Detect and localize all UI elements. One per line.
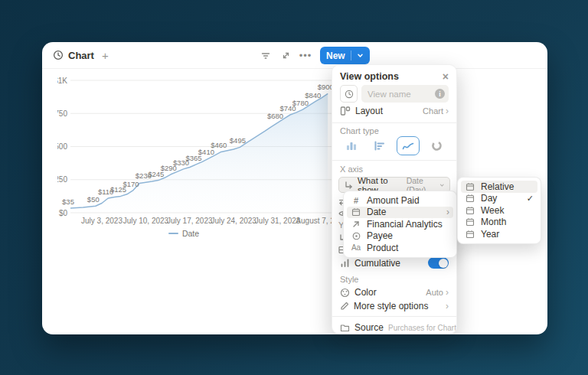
legend-label: Date	[182, 229, 199, 238]
style-section-label: Style	[340, 275, 358, 284]
menu-item-week[interactable]: Week	[461, 204, 537, 217]
svg-text:$680: $680	[267, 112, 283, 120]
svg-text:July 31, 2023: July 31, 2023	[255, 217, 301, 225]
source-label: Source	[354, 322, 384, 333]
filter-icon[interactable]	[257, 47, 274, 64]
svg-text:$500: $500	[57, 142, 67, 151]
calendar-icon	[351, 207, 361, 217]
chart-topbar: Chart + ••• New	[42, 42, 547, 69]
calendar-icon	[465, 217, 475, 227]
svg-text:$1K: $1K	[57, 77, 67, 85]
menu-item-month[interactable]: Month	[461, 217, 537, 229]
check-icon: ✓	[527, 194, 534, 204]
what-to-show-menu: # Amount Paid Date › Financial Analytics…	[343, 191, 457, 258]
svg-text:July 24, 2023: July 24, 2023	[211, 217, 256, 225]
menu-item-day[interactable]: Day ✓	[461, 193, 537, 205]
new-button-label: New	[326, 51, 345, 61]
color-label: Color	[354, 287, 377, 298]
svg-text:$840: $840	[305, 91, 321, 99]
source-row[interactable]: Source Purchases for Charts›	[340, 322, 449, 333]
menu-item-payee[interactable]: Payee	[347, 230, 453, 243]
calendar-icon	[465, 182, 475, 191]
svg-text:$750: $750	[57, 109, 67, 118]
menu-item-product[interactable]: Aa Product	[347, 242, 453, 254]
source-value: Purchases for Charts	[388, 324, 457, 332]
panel-title: View options	[340, 71, 399, 82]
menu-item-date[interactable]: Date ›	[347, 207, 453, 219]
chart-legend: Date	[138, 229, 230, 238]
menu-item-relative[interactable]: Relative	[461, 181, 537, 193]
calendar-icon	[465, 230, 475, 239]
layout-row[interactable]: Layout Chart›	[340, 106, 449, 116]
svg-text:$50: $50	[87, 195, 100, 204]
menu-item-year[interactable]: Year	[461, 228, 537, 240]
view-title: Chart	[68, 50, 94, 61]
layout-label: Layout	[355, 106, 383, 116]
menu-item-amount-paid[interactable]: # Amount Paid	[347, 194, 453, 207]
svg-text:$35: $35	[62, 197, 74, 206]
color-palette-icon	[340, 288, 350, 298]
text-aa-icon: Aa	[351, 243, 361, 252]
svg-text:$460: $460	[211, 141, 227, 149]
clock-icon	[53, 50, 64, 60]
calendar-icon	[465, 194, 475, 203]
svg-text:$495: $495	[230, 136, 246, 145]
expand-icon[interactable]	[277, 47, 294, 64]
chart-type-label: Chart type	[340, 126, 379, 135]
chart-type-vertical-bar[interactable]	[340, 136, 363, 155]
svg-text:July 17, 2023: July 17, 2023	[167, 217, 213, 225]
chart-type-donut[interactable]	[425, 136, 448, 155]
layout-value: Chart	[423, 106, 443, 116]
view-icon-button[interactable]	[340, 85, 358, 103]
chevron-down-icon[interactable]	[357, 52, 364, 59]
layout-icon	[340, 106, 351, 116]
menu-item-financial-analytics[interactable]: Financial Analytics	[347, 218, 453, 230]
folder-icon	[340, 324, 350, 332]
info-icon: i	[435, 89, 445, 99]
cumulative-toggle[interactable]	[428, 257, 449, 269]
cumulative-row[interactable]: Cumulative	[340, 257, 449, 269]
more-options-icon[interactable]: •••	[297, 47, 314, 64]
color-row[interactable]: Color Auto›	[340, 287, 449, 298]
new-button-divider	[351, 51, 351, 60]
more-style-options-label: More style options	[354, 301, 428, 311]
hash-icon: #	[351, 196, 361, 205]
add-view-button[interactable]: +	[102, 50, 109, 61]
svg-text:$780: $780	[292, 99, 309, 107]
new-button[interactable]: New	[320, 47, 370, 64]
circle-dot-icon	[351, 232, 361, 240]
date-granularity-menu: Relative Day ✓ Week Month Year	[457, 177, 541, 244]
chart-type-horizontal-bar[interactable]	[368, 136, 391, 155]
line-chart: $0$250$500$750$1KJuly 3, 2023July 10, 20…	[57, 73, 356, 227]
submenu-arrow: ›	[446, 207, 449, 217]
pen-icon	[340, 302, 349, 311]
turn-down-right-arrow-icon	[344, 181, 353, 190]
svg-text:$250: $250	[57, 175, 67, 184]
svg-text:July 3, 2023: July 3, 2023	[81, 217, 122, 225]
legend-swatch	[168, 233, 178, 234]
svg-text:$170: $170	[122, 180, 139, 188]
cumulative-label: Cumulative	[354, 258, 400, 269]
cumulative-icon	[340, 258, 350, 268]
arrow-up-right-icon	[351, 220, 361, 228]
chevron-down-icon	[439, 182, 445, 188]
svg-text:July 10, 2023: July 10, 2023	[123, 217, 169, 225]
x-axis-label: X axis	[340, 165, 363, 174]
color-value: Auto	[426, 288, 443, 297]
calendar-icon	[465, 206, 475, 215]
chart-type-line[interactable]	[397, 136, 420, 155]
close-icon[interactable]: ×	[443, 71, 449, 82]
more-style-options-row[interactable]: More style options ›	[340, 301, 449, 311]
svg-text:$0: $0	[59, 209, 68, 217]
